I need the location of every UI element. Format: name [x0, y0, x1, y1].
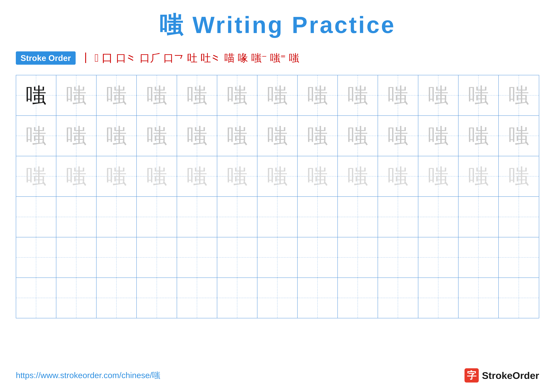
char-lighter: 嗤 — [267, 166, 288, 187]
grid-cell-6-1[interactable] — [16, 278, 56, 318]
grid-cell-3-4: 嗤 — [137, 156, 177, 196]
grid-cell-1-4: 嗤 — [137, 75, 177, 115]
grid-cell-5-8[interactable] — [298, 237, 338, 278]
stroke-1: 丨 — [80, 51, 91, 65]
grid-cell-3-12: 嗤 — [459, 156, 499, 196]
grid-cell-5-4[interactable] — [137, 237, 177, 278]
grid-cell-4-8[interactable] — [298, 197, 338, 237]
grid-cell-3-10: 嗤 — [378, 156, 418, 196]
grid-cell-6-5[interactable] — [177, 278, 217, 318]
char-lighter: 嗤 — [388, 166, 408, 187]
stroke-9: 喵 — [224, 51, 235, 65]
char-light: 嗤 — [146, 85, 167, 106]
stroke-8: 吐⺀ — [201, 51, 221, 65]
page-title: 嗤 Writing Practice — [16, 9, 539, 41]
grid-cell-3-6: 嗤 — [217, 156, 257, 196]
footer-logo: 字 StrokeOrder — [465, 368, 539, 383]
grid-cell-6-2[interactable] — [56, 278, 96, 318]
grid-cell-1-13: 嗤 — [499, 75, 539, 115]
grid-cell-6-6[interactable] — [217, 278, 257, 318]
char-gray: 嗤 — [187, 126, 207, 146]
stroke-11: 嗤⁻ — [251, 51, 267, 65]
char-lighter: 嗤 — [307, 166, 328, 187]
grid-cell-5-2[interactable] — [56, 237, 96, 278]
grid-cell-1-1: 嗤 — [16, 75, 56, 115]
grid-cell-5-11[interactable] — [418, 237, 459, 278]
grid-row-2: 嗤 嗤 嗤 嗤 嗤 嗤 嗤 嗤 嗤 — [16, 116, 539, 156]
grid-cell-6-12[interactable] — [459, 278, 499, 318]
grid-cell-2-2: 嗤 — [56, 116, 96, 156]
char-gray: 嗤 — [106, 126, 127, 146]
grid-cell-1-11: 嗤 — [418, 75, 459, 115]
grid-cell-5-9[interactable] — [338, 237, 378, 278]
grid-cell-4-3[interactable] — [96, 197, 137, 237]
grid-row-3: 嗤 嗤 嗤 嗤 嗤 嗤 嗤 嗤 嗤 — [16, 156, 539, 197]
grid-cell-6-9[interactable] — [338, 278, 378, 318]
practice-grid: 嗤 嗤 嗤 嗤 嗤 嗤 嗤 嗤 嗤 — [16, 75, 539, 318]
grid-cell-6-3[interactable] — [96, 278, 137, 318]
grid-cell-5-5[interactable] — [177, 237, 217, 278]
grid-cell-2-4: 嗤 — [137, 116, 177, 156]
grid-cell-6-4[interactable] — [137, 278, 177, 318]
stroke-10: 喙 — [238, 51, 248, 65]
char-lighter: 嗤 — [227, 166, 248, 187]
grid-cell-2-8: 嗤 — [298, 116, 338, 156]
grid-cell-1-12: 嗤 — [459, 75, 499, 115]
grid-cell-5-12[interactable] — [459, 237, 499, 278]
grid-cell-4-2[interactable] — [56, 197, 96, 237]
char-light: 嗤 — [307, 85, 328, 106]
char-gray: 嗤 — [428, 126, 449, 146]
grid-cell-6-11[interactable] — [418, 278, 459, 318]
grid-cell-4-5[interactable] — [177, 197, 217, 237]
grid-cell-5-13[interactable] — [499, 237, 539, 278]
grid-cell-6-7[interactable] — [257, 278, 298, 318]
char-gray: 嗤 — [227, 126, 248, 146]
grid-cell-4-12[interactable] — [459, 197, 499, 237]
grid-cell-4-11[interactable] — [418, 197, 459, 237]
grid-cell-4-6[interactable] — [217, 197, 257, 237]
stroke-3: 口 — [102, 51, 113, 65]
char-light: 嗤 — [66, 85, 87, 106]
grid-cell-5-1[interactable] — [16, 237, 56, 278]
grid-cell-4-13[interactable] — [499, 197, 539, 237]
grid-cell-4-7[interactable] — [257, 197, 298, 237]
char-gray: 嗤 — [509, 126, 529, 146]
grid-cell-6-8[interactable] — [298, 278, 338, 318]
char-gray: 嗤 — [468, 126, 489, 146]
grid-cell-5-3[interactable] — [96, 237, 137, 278]
grid-cell-3-7: 嗤 — [257, 156, 298, 196]
grid-cell-6-10[interactable] — [378, 278, 418, 318]
char-gray: 嗤 — [267, 126, 288, 146]
grid-cell-3-8: 嗤 — [298, 156, 338, 196]
stroke-order-row: Stroke Order 丨 𠃌 口 口⺀ 口⺁ 口⺂ 吐 吐⺀ 喵 喙 嗤⁻ … — [16, 51, 539, 65]
stroke-sequence: 丨 𠃌 口 口⺀ 口⺁ 口⺂ 吐 吐⺀ 喵 喙 嗤⁻ 嗤⁼ 嗤 — [80, 51, 299, 65]
grid-cell-2-7: 嗤 — [257, 116, 298, 156]
stroke-4: 口⺀ — [116, 51, 137, 65]
stroke-order-badge: Stroke Order — [16, 51, 76, 65]
char-light: 嗤 — [187, 85, 207, 106]
char-gray: 嗤 — [347, 126, 368, 146]
char-lighter: 嗤 — [509, 166, 529, 187]
char-light: 嗤 — [468, 85, 489, 106]
grid-cell-4-9[interactable] — [338, 197, 378, 237]
grid-row-5 — [16, 237, 539, 278]
grid-cell-5-10[interactable] — [378, 237, 418, 278]
stroke-13: 嗤 — [289, 51, 299, 65]
grid-cell-5-7[interactable] — [257, 237, 298, 278]
grid-cell-3-2: 嗤 — [56, 156, 96, 196]
stroke-2: 𠃌 — [95, 52, 99, 64]
stroke-6: 口⺂ — [163, 51, 184, 65]
grid-cell-2-12: 嗤 — [459, 116, 499, 156]
grid-cell-1-9: 嗤 — [338, 75, 378, 115]
grid-row-6 — [16, 278, 539, 318]
footer-url[interactable]: https://www.strokeorder.com/chinese/嗤 — [16, 370, 160, 381]
grid-cell-4-10[interactable] — [378, 197, 418, 237]
grid-cell-6-13[interactable] — [499, 278, 539, 318]
logo-text: StrokeOrder — [482, 370, 539, 381]
grid-row-1: 嗤 嗤 嗤 嗤 嗤 嗤 嗤 嗤 嗤 — [16, 75, 539, 116]
grid-cell-4-1[interactable] — [16, 197, 56, 237]
grid-cell-3-9: 嗤 — [338, 156, 378, 196]
grid-cell-4-4[interactable] — [137, 197, 177, 237]
grid-cell-1-6: 嗤 — [217, 75, 257, 115]
grid-cell-5-6[interactable] — [217, 237, 257, 278]
